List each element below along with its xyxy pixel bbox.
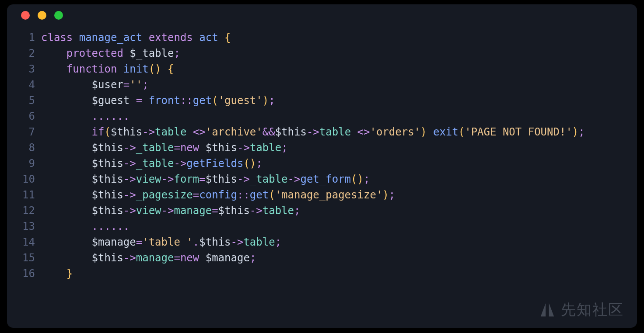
token-prop: view xyxy=(136,205,161,217)
line-number: 2 xyxy=(7,45,41,61)
code-content[interactable]: $guest = front::get('guest'); xyxy=(41,93,637,108)
code-line[interactable]: 14 $manage='table_'.$this->table; xyxy=(7,234,637,250)
code-content[interactable]: protected $_table; xyxy=(41,45,637,61)
code-content[interactable]: $manage='table_'.$this->table; xyxy=(41,234,637,250)
token-plain xyxy=(73,31,79,44)
code-line[interactable]: 7 if($this->table <>'archive'&&$this->ta… xyxy=(7,124,637,140)
line-number: 7 xyxy=(7,124,41,140)
code-line[interactable]: 11 $this->_pagesize=config::get('manage_… xyxy=(7,187,637,203)
token-op: ; xyxy=(389,189,395,201)
token-plain xyxy=(117,63,123,75)
token-punct: ) xyxy=(420,126,427,138)
token-prop: table xyxy=(250,142,281,154)
token-op: ; xyxy=(281,142,287,154)
token-op: ; xyxy=(275,236,281,248)
code-line[interactable]: 4 $user=''; xyxy=(7,77,637,93)
code-area[interactable]: 1class manage_act extends act {2 protect… xyxy=(7,26,637,281)
token-punct: ( xyxy=(212,94,218,107)
code-line[interactable]: 10 $this->view->form=$this->_table->get_… xyxy=(7,171,637,187)
code-line[interactable]: 12 $this->view->manage=$this->table; xyxy=(7,203,637,219)
token-op: -> xyxy=(123,252,136,264)
token-name: act xyxy=(199,31,218,44)
token-str: 'PAGE NOT FOUND!' xyxy=(465,126,572,138)
token-var: $this xyxy=(92,157,123,170)
code-content[interactable]: $this->_pagesize=config::get('manage_pag… xyxy=(41,187,637,203)
token-op: ; xyxy=(256,157,262,170)
token-prop: manage xyxy=(136,252,174,264)
code-content[interactable]: $this->_table=new $this->table; xyxy=(41,140,637,156)
token-plain xyxy=(199,252,205,264)
token-mname: exit xyxy=(433,126,458,138)
token-dots: ...... xyxy=(92,110,130,122)
token-punct: } xyxy=(66,267,73,280)
token-op: ; xyxy=(578,126,584,138)
token-punct: ( xyxy=(458,126,465,138)
code-line[interactable]: 8 $this->_table=new $this->table; xyxy=(7,140,637,156)
token-punct: () xyxy=(149,63,161,75)
line-number: 3 xyxy=(7,61,41,77)
token-op: -> xyxy=(123,205,136,217)
line-number: 4 xyxy=(7,77,41,93)
line-number: 1 xyxy=(7,30,41,45)
token-plain xyxy=(218,31,224,44)
token-op: ; xyxy=(294,205,300,217)
minimize-icon[interactable] xyxy=(38,11,46,20)
svg-marker-2 xyxy=(549,303,554,316)
token-punct: { xyxy=(224,31,231,44)
window-titlebar xyxy=(7,4,637,26)
token-var: $manage xyxy=(92,236,136,248)
token-punct: ( xyxy=(105,126,111,138)
code-line[interactable]: 13 ...... xyxy=(7,219,637,234)
code-content[interactable]: } xyxy=(41,266,637,281)
token-var: $manage xyxy=(206,252,250,264)
token-op: <> xyxy=(357,126,370,138)
token-punct: ) xyxy=(572,126,578,138)
code-content[interactable]: class manage_act extends act { xyxy=(41,30,637,45)
token-op: = xyxy=(212,205,218,217)
code-content[interactable]: $this->manage=new $manage; xyxy=(41,250,637,266)
code-line[interactable]: 2 protected $_table; xyxy=(7,45,637,61)
token-var: $this xyxy=(92,205,123,217)
token-plain xyxy=(142,31,148,44)
token-op: -> xyxy=(123,157,136,170)
token-plain xyxy=(199,142,205,154)
token-op: -> xyxy=(237,173,250,185)
code-content[interactable]: ...... xyxy=(41,108,637,124)
token-op: :: xyxy=(237,189,250,201)
code-line[interactable]: 6 ...... xyxy=(7,108,637,124)
code-content[interactable]: if($this->table <>'archive'&&$this->tabl… xyxy=(41,124,637,140)
code-content[interactable]: $this->view->manage=$this->table; xyxy=(41,203,637,219)
code-content[interactable]: ...... xyxy=(41,219,637,234)
token-op: ; xyxy=(364,173,370,185)
token-prop: form xyxy=(174,173,199,185)
close-icon[interactable] xyxy=(21,11,30,20)
token-mname: get xyxy=(250,189,269,201)
token-op: = xyxy=(136,236,142,248)
code-line[interactable]: 9 $this->_table->getFields(); xyxy=(7,156,637,171)
token-plain xyxy=(351,126,357,138)
token-op: -> xyxy=(231,236,244,248)
token-plain xyxy=(123,47,130,59)
token-str: 'table_' xyxy=(142,236,193,248)
code-content[interactable]: $user=''; xyxy=(41,77,637,93)
code-line[interactable]: 16 } xyxy=(7,266,637,281)
token-str: 'manage_pagesize' xyxy=(275,189,383,201)
code-line[interactable]: 15 $this->manage=new $manage; xyxy=(7,250,637,266)
token-prop: table xyxy=(319,126,351,138)
token-prop: _table xyxy=(136,142,174,154)
zoom-icon[interactable] xyxy=(54,11,63,20)
code-line[interactable]: 3 function init() { xyxy=(7,61,637,77)
token-mname: init xyxy=(123,63,149,75)
token-var: $this xyxy=(275,126,307,138)
code-content[interactable]: function init() { xyxy=(41,61,637,77)
code-line[interactable]: 1class manage_act extends act { xyxy=(7,30,637,45)
token-op: -> xyxy=(307,126,319,138)
token-punct: ( xyxy=(269,189,275,201)
token-var: $this xyxy=(92,142,123,154)
code-content[interactable]: $this->view->form=$this->_table->get_for… xyxy=(41,171,637,187)
code-line[interactable]: 5 $guest = front::get('guest'); xyxy=(7,93,637,108)
code-content[interactable]: $this->_table->getFields(); xyxy=(41,156,637,171)
token-str: '' xyxy=(130,79,142,91)
token-var: $guest xyxy=(92,94,130,107)
token-prop: table xyxy=(155,126,186,138)
